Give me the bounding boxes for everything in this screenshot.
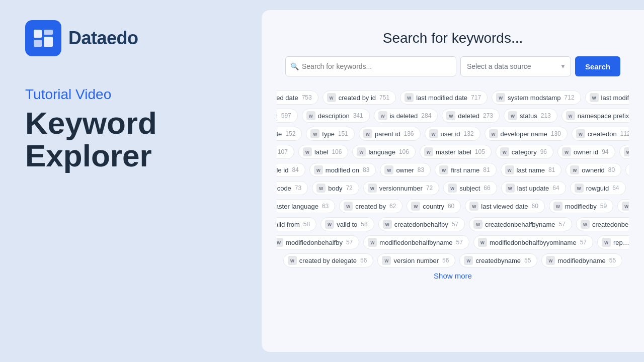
tag[interactable]: wmodified on83 xyxy=(309,163,376,177)
tag[interactable]: wlast viewed date60 xyxy=(465,199,545,213)
tag-count: 106 xyxy=(399,148,409,155)
tag[interactable]: wsubject66 xyxy=(443,181,497,195)
tag[interactable]: wdeleted273 xyxy=(442,109,500,123)
tag[interactable]: wlast modified by id xyxy=(585,90,629,105)
tag-label: version number xyxy=(393,257,439,264)
tag[interactable]: wownerid80 xyxy=(566,163,621,177)
tag[interactable]: wcreatedonbehalfbyname57 xyxy=(469,217,572,231)
tag-label: modifiedonbehalfbyyominame xyxy=(490,239,577,246)
tag[interactable]: wmodified date152 xyxy=(277,127,302,141)
tag-w-icon: w xyxy=(489,129,498,138)
tag[interactable]: wtype151 xyxy=(306,127,355,141)
tag[interactable]: wlast update64 xyxy=(501,181,566,195)
tag[interactable]: wcity107 xyxy=(277,145,294,159)
logo-icon xyxy=(25,20,61,56)
tag[interactable]: wcreatedonbehalfby57 xyxy=(378,217,465,231)
tag-label: is deleted xyxy=(390,112,418,120)
tag[interactable]: wcreatedon112 xyxy=(572,127,629,141)
tag-w-icon: w xyxy=(327,93,336,102)
tag[interactable]: wrowguid64 xyxy=(570,181,626,195)
tag-count: 72 xyxy=(426,185,433,192)
tag[interactable]: wmodifiedby59 xyxy=(549,199,613,213)
tag-w-icon: w xyxy=(570,165,579,174)
tag[interactable]: wstatecode73 xyxy=(277,181,308,195)
tag[interactable]: wdurable id84 xyxy=(277,163,305,177)
tag[interactable]: wmaster language63 xyxy=(277,199,335,213)
tag-label: type xyxy=(322,130,335,138)
tag[interactable]: wcreatedonbehal… xyxy=(576,217,629,231)
tag[interactable]: wstatus213 xyxy=(504,109,557,123)
tag[interactable]: wcountry60 xyxy=(407,199,461,213)
tags-row: wmaster language63wcreated by62wcountry6… xyxy=(277,199,629,213)
tag[interactable]: wrep… xyxy=(597,235,629,249)
tag-count: 57 xyxy=(346,239,353,246)
tag-label: label xyxy=(314,148,328,156)
tag[interactable]: wlast name81 xyxy=(501,163,562,177)
tag-w-icon: w xyxy=(383,220,392,229)
tags-row: wcity107wlabel106wlanguage106wmaster lab… xyxy=(277,145,629,159)
tag[interactable]: wlast modified date717 xyxy=(400,90,488,105)
tag[interactable]: wparent id136 xyxy=(359,127,421,141)
tag[interactable]: wdeveloper name130 xyxy=(485,127,568,141)
tag[interactable]: wid597 xyxy=(277,109,298,123)
tags-row: wcreated date753wcreated by id751wlast m… xyxy=(277,90,629,105)
tag[interactable]: wm… xyxy=(617,199,629,213)
tag-label: createdonbehalfbyname xyxy=(485,221,555,228)
tag[interactable]: wowner83 xyxy=(380,163,431,177)
tag-label: created by delegate xyxy=(299,257,357,264)
tag[interactable]: wmodifiedonbehalfbyyominame57 xyxy=(473,235,593,249)
tag-label: developer name xyxy=(501,130,547,138)
tag[interactable]: wvalid from58 xyxy=(277,217,316,231)
tag[interactable]: wbu… xyxy=(625,163,629,177)
tag-count: 151 xyxy=(338,130,348,137)
tag[interactable]: wmaster label105 xyxy=(420,145,492,159)
tag[interactable]: wowner id94 xyxy=(557,145,615,159)
tag-label: namespace prefix xyxy=(578,112,629,120)
tag[interactable]: wversion number56 xyxy=(377,253,455,267)
tag-w-icon: w xyxy=(303,147,312,156)
tag-count: 58 xyxy=(361,221,367,228)
tag[interactable]: wlabel106 xyxy=(298,145,349,159)
tag[interactable]: wcreated date753 xyxy=(277,90,318,105)
tag-w-icon: w xyxy=(357,147,366,156)
tag-count: 213 xyxy=(541,112,551,119)
tag-label: description xyxy=(318,112,350,120)
tag[interactable]: wmo… xyxy=(619,145,629,159)
tag[interactable]: wis deleted284 xyxy=(374,109,438,123)
tag-label: first name xyxy=(451,166,479,174)
tag-w-icon: w xyxy=(508,111,517,120)
tag[interactable]: wvalid to58 xyxy=(320,217,374,231)
tag-count: 63 xyxy=(322,203,329,210)
show-more-link[interactable]: Show more xyxy=(434,272,472,280)
search-input[interactable] xyxy=(285,56,456,76)
tag[interactable]: wmodifiedonbehalfby57 xyxy=(277,235,359,249)
tag[interactable]: wbody72 xyxy=(312,181,359,195)
tag[interactable]: wlanguage106 xyxy=(352,145,416,159)
tag-w-icon: w xyxy=(325,220,334,229)
datasource-select[interactable]: Select a data source xyxy=(460,56,571,76)
tag-w-icon: w xyxy=(314,165,323,174)
tag-count: 64 xyxy=(612,185,619,192)
tag[interactable]: wdescription341 xyxy=(302,109,370,123)
tag[interactable]: wsystem modstamp712 xyxy=(492,90,581,105)
tag-count: 94 xyxy=(602,148,608,155)
tag[interactable]: wcreated by62 xyxy=(339,199,403,213)
tag[interactable]: wfirst name81 xyxy=(435,163,496,177)
tag[interactable]: wcreatedbyname55 xyxy=(459,253,537,267)
tag[interactable]: wversionnumber72 xyxy=(363,181,439,195)
search-button[interactable]: Search xyxy=(575,56,620,76)
tag[interactable]: wcreated by id751 xyxy=(323,90,396,105)
tag-label: modified on xyxy=(326,166,359,174)
tag[interactable]: wcreated by delegate56 xyxy=(283,253,374,267)
tag-label: modifiedby xyxy=(565,203,597,210)
tag[interactable]: wmodifiedbyname55 xyxy=(541,253,622,267)
tag[interactable]: wnamespace prefix192 xyxy=(561,109,629,123)
tag[interactable]: wcategory96 xyxy=(496,145,553,159)
tag-label: rep… xyxy=(613,239,629,246)
tags-row: wdurable id84wmodified on83wowner83wfirs… xyxy=(277,163,629,177)
tag-w-icon: w xyxy=(553,202,562,211)
tag[interactable]: wmodifiedonbehalfbyname57 xyxy=(363,235,469,249)
tag[interactable]: wuser id132 xyxy=(425,127,480,141)
tag-w-icon: w xyxy=(288,256,297,265)
svg-rect-0 xyxy=(34,30,42,38)
